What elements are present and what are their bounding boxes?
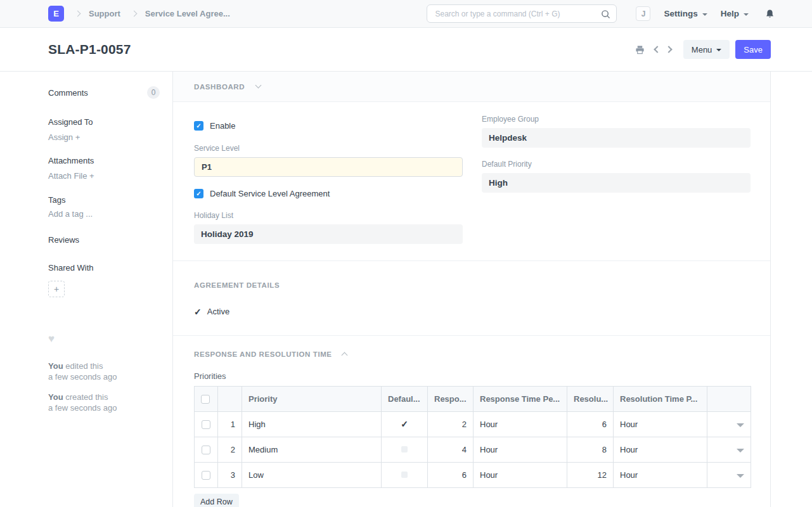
like-heart-icon[interactable]: ♥ [48, 333, 160, 344]
resolution-time-cell[interactable]: 6 [567, 412, 614, 437]
activity-edited: You edited this a few seconds ago [48, 361, 160, 382]
priority-cell[interactable]: High [242, 412, 382, 437]
enable-checkbox[interactable]: ✓ [194, 121, 203, 131]
unchecked-box-icon [401, 472, 408, 478]
row-index[interactable]: 2 [218, 437, 242, 463]
navbar-actions: J Settings Help [427, 4, 775, 23]
enable-label: Enable [210, 121, 235, 131]
breadcrumb-support[interactable]: Support [89, 9, 120, 18]
priority-cell[interactable]: Low [242, 463, 382, 488]
service-level-label: Service Level [194, 144, 463, 153]
response-period-cell[interactable]: Hour [474, 437, 567, 463]
response-time-cell[interactable]: 6 [428, 463, 474, 488]
default-priority-cell[interactable]: ✓ [382, 463, 428, 488]
add-tag-input[interactable]: Add a tag ... [48, 209, 93, 219]
resolution-period-column-header: Resolution Time P... [614, 387, 707, 412]
chevron-up-icon [341, 352, 347, 359]
settings-menu[interactable]: Settings [664, 9, 707, 18]
plus-icon: + [89, 171, 94, 181]
default-priority-label: Default Priority [482, 160, 751, 169]
table-header-row: Priority Defaul... Respo... Response Tim… [195, 387, 751, 412]
navbar: E Support Service Level Agree... J Setti… [0, 0, 812, 28]
breadcrumb-chevron-icon [131, 11, 137, 17]
row-select-checkbox[interactable] [202, 471, 210, 480]
section-dashboard[interactable]: DASHBOARD [173, 72, 770, 102]
response-time-cell[interactable]: 2 [428, 412, 474, 437]
assign-button[interactable]: Assign + [48, 132, 80, 142]
resolution-time-cell[interactable]: 8 [567, 437, 614, 463]
priority-cell[interactable]: Medium [242, 437, 382, 463]
activity-when: a few seconds ago [48, 372, 117, 382]
shared-with-heading: Shared With [48, 263, 160, 273]
user-avatar[interactable]: J [636, 6, 650, 21]
holiday-list-value[interactable]: Holiday 2019 [194, 224, 463, 244]
save-button[interactable]: Save [735, 40, 771, 59]
notifications-bell-icon[interactable] [765, 9, 775, 19]
plus-icon: + [75, 132, 81, 142]
add-row-button[interactable]: Add Row [194, 494, 239, 507]
resolution-time-cell[interactable]: 12 [567, 463, 614, 488]
employee-group-label: Employee Group [482, 115, 751, 124]
agreement-section-label: AGREEMENT DETAILS [194, 281, 280, 289]
open-row-chevron-icon[interactable] [737, 423, 744, 427]
help-menu[interactable]: Help [721, 9, 749, 18]
attach-file-label: Attach File [48, 171, 87, 181]
check-icon: ✓ [401, 419, 408, 429]
response-column-header: Respo... [428, 387, 474, 412]
default-priority-cell[interactable]: ✓ [382, 412, 428, 437]
response-period-cell[interactable]: Hour [474, 463, 567, 488]
unchecked-box-icon [401, 446, 408, 452]
next-document-chevron-icon[interactable] [665, 46, 672, 53]
row-select-checkbox[interactable] [202, 420, 210, 429]
form-column-right: Employee Group Helpdesk Default Priority… [482, 115, 751, 244]
app-logo[interactable]: E [48, 6, 64, 22]
menu-button[interactable]: Menu [683, 40, 730, 59]
table-row: 1 High ✓ 2 Hour 6 Hour [195, 412, 751, 437]
resolution-period-cell[interactable]: Hour [614, 437, 707, 463]
row-select-checkbox[interactable] [202, 446, 210, 454]
form-column-left: ✓ Enable Service Level ✓ Default Service… [194, 115, 463, 244]
select-all-checkbox[interactable] [201, 395, 210, 404]
page-title: SLA-P1-0057 [48, 42, 131, 57]
service-level-input[interactable] [194, 157, 463, 177]
row-index[interactable]: 1 [218, 412, 242, 437]
resolution-period-cell[interactable]: Hour [614, 412, 707, 437]
resolution-column-header: Resolu... [567, 387, 614, 412]
breadcrumb-chevron-icon [75, 11, 81, 17]
open-row-chevron-icon[interactable] [737, 474, 744, 478]
active-indicator: ✓ Active [194, 307, 751, 316]
employee-group-value[interactable]: Helpdesk [482, 128, 751, 148]
response-section-toggle[interactable]: RESPONSE AND RESOLUTION TIME [194, 350, 751, 358]
response-period-column-header: Response Time Pe... [474, 387, 567, 412]
default-sla-checkbox[interactable]: ✓ [194, 189, 203, 198]
breadcrumb: E Support Service Level Agree... [48, 6, 230, 22]
caret-down-icon [702, 13, 707, 16]
activity-action: created this [63, 392, 108, 402]
share-button[interactable]: + [48, 281, 65, 297]
attach-file-button[interactable]: Attach File + [48, 171, 94, 181]
print-icon[interactable] [635, 45, 645, 55]
search-input[interactable] [427, 5, 616, 22]
search-icon[interactable] [601, 10, 610, 19]
tags-heading: Tags [48, 195, 160, 205]
table-row: 2 Medium ✓ 4 Hour 8 Hour [195, 437, 751, 463]
activity-who: You [48, 361, 63, 371]
open-row-chevron-icon[interactable] [737, 449, 744, 452]
default-column-header: Defaul... [382, 387, 428, 412]
breadcrumb-service-level-agreement[interactable]: Service Level Agree... [145, 9, 230, 18]
previous-document-chevron-icon[interactable] [654, 46, 661, 53]
holiday-list-label: Holiday List [194, 211, 463, 220]
default-priority-cell[interactable]: ✓ [382, 437, 428, 463]
response-period-cell[interactable]: Hour [474, 412, 567, 437]
section-agreement-details: AGREEMENT DETAILS ✓ Active [173, 261, 770, 336]
page-actions: Menu Save [635, 40, 771, 59]
resolution-period-cell[interactable]: Hour [614, 463, 707, 488]
page-head: SLA-P1-0057 Menu Save [0, 28, 812, 72]
caret-down-icon [744, 13, 749, 16]
sidebar-item-comments[interactable]: Comments [48, 88, 88, 98]
assigned-to-heading: Assigned To [48, 117, 160, 127]
row-index[interactable]: 3 [218, 463, 242, 488]
table-row: 3 Low ✓ 6 Hour 12 Hour [195, 463, 751, 488]
response-time-cell[interactable]: 4 [428, 437, 474, 463]
default-priority-value[interactable]: High [482, 173, 751, 193]
